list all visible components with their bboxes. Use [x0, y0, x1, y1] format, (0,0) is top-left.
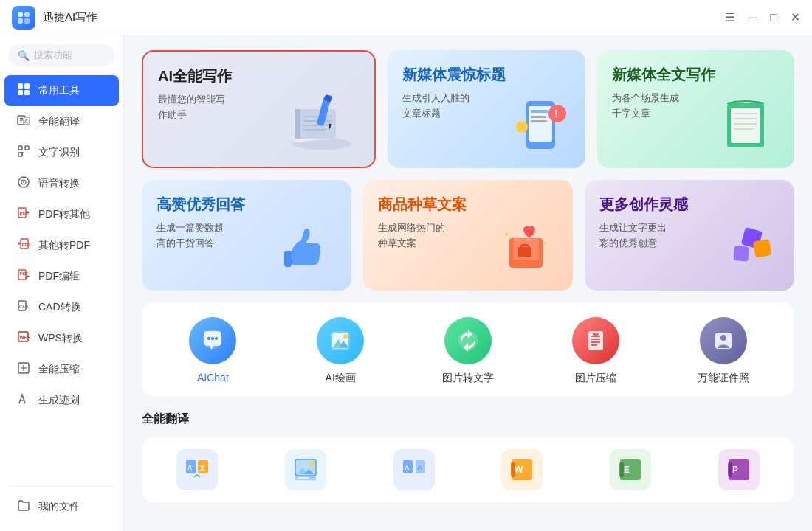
product-icon: ✦ ✦	[495, 216, 561, 282]
full-translate-icon: A	[16, 114, 31, 130]
svg-text:✦: ✦	[543, 240, 548, 247]
maximize-button[interactable]: □	[770, 12, 777, 24]
sidebar-label-voice-convert: 语音转换	[38, 177, 80, 190]
sidebar-item-full-translate[interactable]: A 全能翻译	[4, 106, 119, 137]
app-logo	[12, 6, 35, 30]
svg-rect-40	[295, 109, 300, 139]
ai-chat-label: AIChat	[197, 372, 229, 384]
svg-text:W: W	[515, 465, 523, 475]
minimize-button[interactable]: ─	[749, 12, 757, 24]
svg-rect-58	[731, 108, 760, 143]
sidebar-item-cad-convert[interactable]: CAD CAD转换	[4, 292, 119, 323]
svg-rect-66	[518, 247, 531, 257]
ai-draw-icon	[317, 317, 364, 364]
svg-rect-7	[24, 90, 30, 95]
app-title: 迅捷AI写作	[43, 10, 725, 24]
sidebar-item-full-compress[interactable]: 全能压缩	[4, 354, 119, 385]
search-placeholder: 搜索功能	[34, 49, 72, 62]
trans-icon-2[interactable]	[285, 449, 326, 490]
sidebar-item-text-recognize[interactable]: T 文字识别	[4, 137, 119, 168]
sidebar-label-text-recognize: 文字识别	[38, 146, 80, 159]
img-compress-icon	[572, 317, 619, 364]
translation-section: 全能翻译 A 文	[142, 412, 794, 502]
svg-point-78	[343, 334, 348, 339]
sidebar-label-other-to-pdf: 其他转PDF	[38, 239, 90, 252]
svg-text:WPS: WPS	[20, 335, 31, 340]
icon-tools-row: AIChat	[142, 302, 794, 397]
sidebar-label-wps-convert: WPS转换	[38, 332, 83, 345]
icon-tool-img-to-text[interactable]: 图片转文字	[435, 317, 501, 385]
creative-title: 更多创作灵感	[599, 195, 780, 215]
card-product[interactable]: 商品种草文案 生成网络热门的种草文案 ✦	[363, 180, 573, 291]
close-button[interactable]: ✕	[791, 12, 800, 24]
sidebar-label-common-tools: 常用工具	[38, 84, 80, 97]
trans-icon-5[interactable]: E	[610, 449, 651, 490]
my-files-icon	[16, 499, 31, 515]
icon-tool-ai-chat[interactable]: AIChat	[179, 317, 246, 385]
svg-rect-81	[332, 347, 348, 349]
sidebar-label-pdf-edit: PDF编辑	[38, 270, 80, 283]
trans-icon-4[interactable]: W	[501, 449, 543, 490]
svg-rect-70	[753, 239, 771, 257]
voice-convert-icon	[16, 176, 31, 192]
ai-writing-title: AI全能写作	[158, 66, 359, 86]
common-tools-icon	[16, 83, 31, 99]
watermark-icon	[16, 392, 31, 409]
menu-button[interactable]: ☰	[725, 12, 735, 24]
svg-text:T: T	[21, 150, 24, 157]
svg-point-98	[309, 462, 314, 466]
mid-cards-row: 高赞优秀回答 生成一篇赞数超高的干货回答 商品种草文案 生成网络热门的种草文案	[142, 180, 794, 291]
sidebar-label-cad-convert: CAD转换	[38, 301, 81, 314]
media-title-title: 新媒体震惊标题	[402, 65, 571, 85]
sidebar-item-my-files[interactable]: 我的文件	[4, 491, 119, 522]
svg-text:!: !	[554, 108, 558, 119]
card-creative[interactable]: 更多创作灵感 生成让文字更出彩的优秀创意	[585, 180, 794, 291]
icon-tool-ai-draw[interactable]: AI绘画	[307, 317, 374, 385]
card-media-title[interactable]: 新媒体震惊标题 生成引人入胜的文章标题 !	[388, 50, 585, 168]
trans-icon-6-box: P	[718, 449, 760, 490]
img-to-text-label: 图片转文字	[442, 372, 494, 385]
sidebar-label-pdf-to-other: PDF转其他	[38, 208, 90, 221]
search-box[interactable]: 🔍 搜索功能	[9, 44, 114, 66]
svg-rect-52	[531, 120, 547, 122]
sidebar-item-pdf-to-other[interactable]: PDF PDF转其他	[4, 199, 119, 230]
card-praise[interactable]: 高赞优秀回答 生成一篇赞数超高的干货回答	[142, 180, 351, 291]
icon-tool-img-compress[interactable]: 图片压缩	[562, 317, 629, 385]
sidebar-item-watermark[interactable]: 生成迹划	[4, 385, 119, 416]
trans-icon-1[interactable]: A 文	[176, 449, 218, 490]
sidebar-label-watermark: 生成迹划	[38, 394, 80, 407]
id-photo-label: 万能证件照	[698, 372, 749, 385]
sidebar-item-wps-convert[interactable]: WPS WPS转换	[4, 323, 119, 354]
svg-point-55	[516, 121, 528, 133]
sidebar-label-my-files: 我的文件	[38, 500, 80, 513]
svg-rect-1	[24, 12, 30, 17]
svg-rect-2	[18, 18, 23, 24]
svg-text:E: E	[624, 465, 630, 475]
svg-text:CAD: CAD	[19, 305, 28, 309]
main-content: AI全能写作 最懂您的智能写作助手	[124, 35, 812, 531]
ai-chat-icon	[189, 317, 236, 364]
sidebar-item-common-tools[interactable]: 常用工具	[4, 75, 119, 106]
card-ai-writing[interactable]: AI全能写作 最懂您的智能写作助手	[142, 50, 376, 168]
window-controls: ☰ ─ □ ✕	[725, 12, 800, 24]
trans-icon-4-box: W	[501, 449, 543, 490]
sidebar-item-other-to-pdf[interactable]: PDF 其他转PDF	[4, 230, 119, 261]
svg-rect-15	[25, 146, 29, 150]
icon-tool-id-photo[interactable]: 万能证件照	[690, 317, 757, 385]
trans-icon-2-box	[285, 449, 326, 490]
svg-rect-51	[531, 116, 546, 118]
translation-section-title: 全能翻译	[142, 412, 794, 427]
trans-icon-3[interactable]: A A	[393, 449, 435, 490]
svg-point-74	[211, 337, 214, 340]
media-title-icon: ! ✦	[507, 97, 574, 159]
svg-point-73	[207, 337, 210, 340]
sidebar-label-full-translate: 全能翻译	[38, 115, 80, 128]
trans-icon-6[interactable]: P	[718, 449, 760, 490]
svg-rect-4	[18, 83, 23, 88]
svg-rect-6	[18, 90, 23, 95]
sidebar-label-full-compress: 全能压缩	[38, 363, 80, 376]
svg-rect-3	[24, 18, 30, 24]
sidebar-item-voice-convert[interactable]: 语音转换	[4, 168, 119, 199]
sidebar-item-pdf-edit[interactable]: PDF PDF编辑	[4, 261, 119, 292]
card-media-article[interactable]: 新媒体全文写作 为各个场景生成千字文章	[597, 50, 795, 168]
